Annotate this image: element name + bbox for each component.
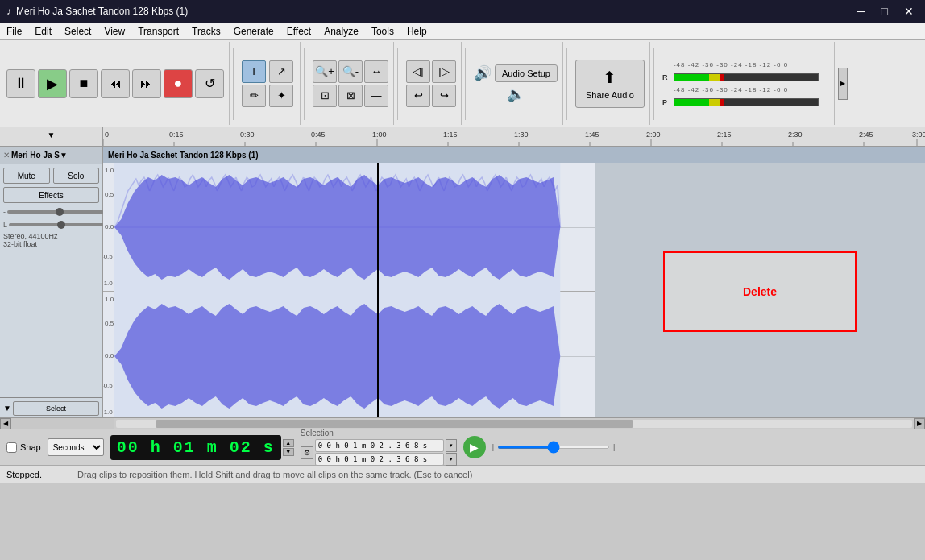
svg-text:2:00: 2:00 (646, 131, 661, 139)
snap-checkbox[interactable] (6, 442, 17, 453)
play-button[interactable]: ▶ (38, 69, 67, 98)
menu-tools[interactable]: Tools (365, 24, 400, 39)
silence-region: Delete (595, 163, 925, 417)
svg-text:1:45: 1:45 (585, 131, 599, 139)
delete-region[interactable]: Delete (663, 251, 857, 332)
time-down-button[interactable]: ▼ (283, 448, 294, 456)
zoom-fit-button[interactable]: ↔ (364, 60, 388, 83)
undo-button[interactable]: ↩ (406, 85, 430, 107)
selection-end-input[interactable] (315, 453, 444, 466)
solo-button[interactable]: Solo (53, 168, 100, 184)
edit-section: ◁| |▷ ↩ ↪ (401, 42, 462, 125)
sel-start-adjust[interactable]: ▾ (446, 439, 457, 452)
zoom-sel-button[interactable]: ⊡ (313, 85, 337, 107)
envelope-tool[interactable]: ↗ (269, 60, 293, 83)
zoom-in-button[interactable]: 🔍+ (313, 60, 337, 83)
track-select-button[interactable]: Select (13, 401, 99, 416)
track-close-button[interactable]: ✕ (3, 151, 10, 160)
meter-expand-button[interactable]: ▶ (838, 68, 848, 100)
trim-left-button[interactable]: ◁| (406, 60, 430, 83)
share-audio-section: ⬆ Share Audio (570, 42, 650, 125)
menu-generate[interactable]: Generate (227, 24, 280, 39)
toolbar: ⏸ ▶ ■ ⏮ ⏭ ● ↺ I ↗ ✏ ✦ 🔍+ 🔍- ↔ ⊡ ⊠ — (0, 40, 925, 127)
multi-tool[interactable]: ✦ (269, 85, 293, 107)
stop-button[interactable]: ■ (69, 69, 98, 98)
menu-view[interactable]: View (97, 24, 131, 39)
play-at-speed-button[interactable]: ▶ (463, 436, 486, 458)
effects-button[interactable]: Effects (3, 187, 99, 203)
record-meter[interactable] (674, 73, 819, 81)
share-audio-button[interactable]: ⬆ Share Audio (575, 60, 645, 108)
svg-text:0:45: 0:45 (311, 131, 326, 139)
select-tool[interactable]: I (242, 60, 266, 83)
scroll-right-button[interactable]: ▶ (914, 418, 925, 429)
sel-end-adjust[interactable]: ▾ (446, 453, 457, 466)
close-button[interactable]: ✕ (899, 5, 919, 18)
app-icon: ♪ (6, 6, 11, 17)
zoom-out-full-button[interactable]: ⊠ (338, 85, 363, 107)
draw-tool[interactable]: ✏ (242, 85, 266, 107)
ruler: ▼ 0 0:15 0:30 0:45 1:00 (0, 127, 925, 147)
waveform-track-title: Meri Ho Ja Sachet Tandon 128 Kbps (1) (108, 151, 259, 160)
meter-expand-area: ▶ (835, 68, 851, 100)
track-info: Stereo, 44100Hz 32-bit float (3, 232, 99, 248)
scroll-thumb[interactable] (156, 420, 633, 428)
track-sample-rate: Stereo, 44100Hz (3, 232, 99, 240)
redo-button[interactable]: ↪ (432, 85, 456, 107)
menu-tracks[interactable]: Tracks (185, 24, 227, 39)
waveform-container[interactable]: Meri Ho Ja Sachet Tandon 128 Kbps (1) 1.… (103, 147, 925, 417)
scroll-track[interactable] (116, 420, 912, 428)
minimize-button[interactable]: ─ (852, 5, 870, 18)
gain-slider[interactable] (7, 210, 111, 214)
maximize-button[interactable]: □ (877, 5, 893, 18)
snap-label[interactable]: Snap (20, 442, 41, 452)
audio-setup-button[interactable]: Audio Setup (495, 64, 558, 82)
track-controls: ✕ Meri Ho Ja S▼ Mute Solo Effects - + L (0, 147, 103, 417)
svg-text:1:15: 1:15 (443, 131, 458, 139)
seconds-dropdown[interactable]: Seconds Minutes hh:mm:ss Samples Beats (48, 438, 104, 456)
pause-button[interactable]: ⏸ (6, 69, 35, 98)
speed-slider[interactable] (497, 446, 610, 449)
clip-boundary (595, 163, 595, 417)
menu-effect[interactable]: Effect (280, 24, 317, 39)
ruler-dropdown[interactable]: ▼ (48, 131, 56, 139)
pan-left-label: L (3, 221, 7, 229)
mute-button[interactable]: Mute (3, 168, 50, 184)
track-bit-depth: 32-bit float (3, 240, 99, 248)
menu-file[interactable]: File (0, 24, 28, 39)
trim-right-button[interactable]: |▷ (432, 60, 456, 83)
menu-edit[interactable]: Edit (28, 24, 58, 39)
horizontal-scrollbar[interactable]: ◀ ▶ (0, 417, 925, 429)
menu-help[interactable]: Help (400, 24, 433, 39)
bottom-bar: Snap Seconds Minutes hh:mm:ss Samples Be… (0, 429, 925, 465)
trim-button[interactable]: — (364, 85, 388, 107)
selection-start-input[interactable] (315, 439, 444, 452)
time-up-button[interactable]: ▲ (283, 439, 294, 447)
time-display: 00 h 01 m 02 s (110, 435, 281, 460)
svg-text:0:15: 0:15 (169, 131, 184, 139)
audio-setup-section: 🔊 Audio Setup 🔈 (469, 42, 563, 125)
loop-button[interactable]: ↺ (195, 69, 224, 98)
delete-label: Delete (743, 285, 777, 298)
selection-settings-button[interactable]: ⚙ (301, 446, 313, 459)
pan-slider[interactable] (9, 223, 113, 226)
menu-analyze[interactable]: Analyze (317, 24, 365, 39)
svg-text:2:30: 2:30 (788, 131, 803, 139)
record-button[interactable]: ● (164, 69, 193, 98)
zoom-out-button[interactable]: 🔍- (338, 60, 363, 83)
svg-text:1:30: 1:30 (514, 131, 529, 139)
track-controls-body: Mute Solo Effects - + L R Ste (0, 164, 102, 397)
track-header: ✕ Meri Ho Ja S▼ (0, 147, 102, 164)
svg-text:3:00: 3:00 (912, 131, 925, 139)
play-meter[interactable] (674, 98, 819, 106)
edit-tools-section: I ↗ ✏ ✦ (237, 42, 301, 125)
prev-button[interactable]: ⏮ (101, 69, 130, 98)
menu-transport[interactable]: Transport (131, 24, 185, 39)
zoom-section: 🔍+ 🔍- ↔ ⊡ ⊠ — (308, 42, 394, 125)
svg-text:1:00: 1:00 (372, 131, 387, 139)
scroll-left-button[interactable]: ◀ (0, 418, 11, 429)
next-button[interactable]: ⏭ (132, 69, 161, 98)
ruler-ticks: 0 0:15 0:30 0:45 1:00 1:15 1:30 (103, 127, 925, 146)
menu-select[interactable]: Select (58, 24, 97, 39)
track-name: Meri Ho Ja S▼ (11, 151, 99, 160)
